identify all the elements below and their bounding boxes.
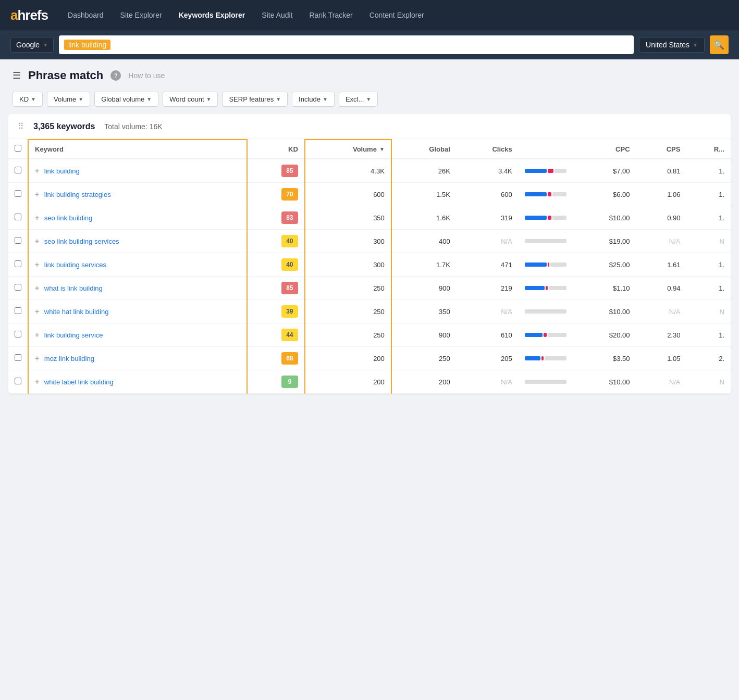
keyword-link[interactable]: seo link building [44, 214, 93, 222]
add-keyword-icon[interactable]: + [35, 284, 39, 292]
filter-volume-chevron-icon: ▼ [78, 96, 83, 102]
row-r: 1. [686, 323, 731, 347]
row-volume: 200 [305, 370, 391, 394]
row-checkbox[interactable] [15, 307, 21, 314]
filter-include[interactable]: Include ▼ [292, 92, 335, 107]
keyword-link[interactable]: white hat link building [44, 308, 109, 316]
row-clicks: N/A [457, 230, 519, 253]
row-cpc: $3.50 [573, 347, 636, 370]
row-checkbox[interactable] [15, 378, 21, 384]
row-bar [519, 206, 573, 230]
row-global: 200 [391, 370, 457, 394]
keyword-link[interactable]: white label link building [44, 378, 114, 386]
add-keyword-icon[interactable]: + [35, 214, 39, 222]
row-cpc: $19.00 [573, 230, 636, 253]
row-bar [519, 230, 573, 253]
add-keyword-icon[interactable]: + [35, 237, 39, 245]
logo[interactable]: ahrefs [10, 7, 48, 23]
row-clicks: 219 [457, 277, 519, 300]
keyword-link[interactable]: moz link building [44, 355, 94, 362]
row-bar [519, 323, 573, 347]
nav-site-audit[interactable]: Site Audit [255, 8, 299, 22]
row-clicks: N/A [457, 370, 519, 394]
nav-dashboard[interactable]: Dashboard [61, 8, 110, 22]
row-cps: 1.61 [636, 253, 687, 277]
row-checkbox[interactable] [15, 260, 21, 267]
filters-bar: KD ▼ Volume ▼ Global volume ▼ Word count… [0, 88, 739, 114]
row-checkbox[interactable] [15, 284, 21, 291]
logo-hrefs: hrefs [17, 7, 48, 23]
row-checkbox[interactable] [15, 167, 21, 173]
add-keyword-icon[interactable]: + [35, 260, 39, 269]
row-checkbox[interactable] [15, 237, 21, 244]
kd-badge: 44 [281, 329, 298, 341]
col-header-keyword[interactable]: Keyword [28, 140, 247, 159]
keyword-link[interactable]: link building [44, 167, 80, 175]
row-checkbox[interactable] [15, 331, 21, 338]
volume-col-label: Volume [353, 145, 377, 153]
col-header-r[interactable]: R... [686, 140, 731, 159]
filter-kd[interactable]: KD ▼ [13, 92, 43, 107]
filter-exclude[interactable]: Excl... ▼ [339, 92, 378, 107]
nav-content-explorer[interactable]: Content Explorer [363, 8, 430, 22]
row-checkbox-cell [8, 159, 28, 183]
row-checkbox-cell [8, 300, 28, 323]
col-header-global[interactable]: Global [391, 140, 457, 159]
filter-serp-features[interactable]: SERP features ▼ [222, 92, 288, 107]
filter-include-chevron-icon: ▼ [323, 96, 328, 102]
add-keyword-icon[interactable]: + [35, 307, 39, 316]
add-keyword-icon[interactable]: + [35, 331, 39, 339]
menu-icon[interactable]: ☰ [13, 70, 21, 81]
country-select[interactable]: United States ▼ [639, 37, 705, 53]
col-header-volume[interactable]: Volume ▼ [305, 140, 391, 159]
row-keyword: + white hat link building [28, 300, 247, 323]
row-cpc: $20.00 [573, 323, 636, 347]
kd-badge: 85 [281, 282, 298, 294]
search-term-tag[interactable]: link building [64, 40, 110, 50]
row-checkbox[interactable] [15, 190, 21, 197]
row-checkbox[interactable] [15, 214, 21, 220]
add-keyword-icon[interactable]: + [35, 378, 39, 386]
keyword-link[interactable]: link building services [44, 261, 106, 269]
filter-word-count[interactable]: Word count ▼ [163, 92, 218, 107]
row-checkbox-cell [8, 183, 28, 206]
row-global: 350 [391, 300, 457, 323]
keyword-link[interactable]: what is link building [44, 284, 103, 292]
col-header-kd[interactable]: KD [247, 140, 305, 159]
row-volume: 250 [305, 323, 391, 347]
row-bar [519, 300, 573, 323]
row-volume: 600 [305, 183, 391, 206]
how-to-use-link[interactable]: How to use [128, 71, 165, 80]
volume-sort-icon: ▼ [379, 146, 385, 152]
add-keyword-icon[interactable]: + [35, 354, 39, 362]
nav-site-explorer[interactable]: Site Explorer [114, 8, 168, 22]
filter-global-volume[interactable]: Global volume ▼ [94, 92, 158, 107]
row-checkbox-cell [8, 323, 28, 347]
row-r: N [686, 230, 731, 253]
keyword-link[interactable]: seo link building services [44, 238, 119, 245]
filter-serp-features-label: SERP features [229, 95, 274, 103]
row-clicks: 600 [457, 183, 519, 206]
search-button[interactable]: 🔍 [710, 35, 729, 54]
filter-volume[interactable]: Volume ▼ [47, 92, 90, 107]
row-checkbox[interactable] [15, 354, 21, 361]
row-cps: 2.30 [636, 323, 687, 347]
engine-select[interactable]: Google ▼ [10, 37, 54, 53]
nav-rank-tracker[interactable]: Rank Tracker [303, 8, 359, 22]
help-button[interactable]: ? [110, 70, 121, 81]
col-header-cps[interactable]: CPS [636, 140, 687, 159]
add-keyword-icon[interactable]: + [35, 167, 39, 175]
nav-keywords-explorer[interactable]: Keywords Explorer [173, 8, 252, 22]
table-row: + link building services 40 300 1.7K 471… [8, 253, 731, 277]
page-title: Phrase match [28, 69, 103, 82]
kd-badge: 39 [281, 305, 298, 318]
add-keyword-icon[interactable]: + [35, 190, 39, 198]
keyword-link[interactable]: link building strategies [44, 191, 111, 198]
col-header-clicks[interactable]: Clicks [457, 140, 519, 159]
select-all-checkbox[interactable] [15, 145, 21, 152]
row-kd: 70 [247, 183, 305, 206]
col-header-cpc[interactable]: CPC [573, 140, 636, 159]
row-keyword: + link building service [28, 323, 247, 347]
col-header-bar [519, 140, 573, 159]
keyword-link[interactable]: link building service [44, 331, 103, 339]
